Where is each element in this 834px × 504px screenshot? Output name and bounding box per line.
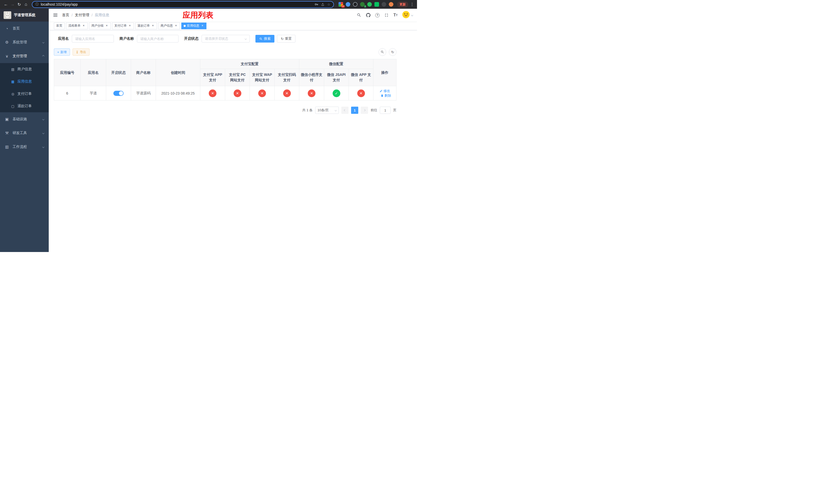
merchant-name-label: 商户名称 (119, 37, 134, 41)
browser-forward-button[interactable]: → (9, 2, 16, 7)
breadcrumb-current: 应用信息 (95, 13, 109, 18)
add-button[interactable]: + 新增 (54, 48, 70, 55)
status-switch[interactable] (113, 91, 124, 96)
chevron-down-icon (335, 109, 337, 111)
sidebar-item-label: 应用信息 (18, 79, 32, 84)
breadcrumb-separator: / (91, 13, 93, 17)
sidebar-item-system[interactable]: ⚙ 系统管理 (0, 36, 49, 49)
fullscreen-icon[interactable] (384, 13, 389, 18)
close-icon[interactable]: × (105, 24, 109, 28)
toggle-search-button[interactable] (378, 48, 386, 56)
document-icon: ▢ (11, 104, 15, 108)
search-icon[interactable] (357, 13, 361, 18)
tab-user-group[interactable]: 用户分组× (89, 23, 111, 29)
sidebar-item-devtools[interactable]: ⚒ 研发工具 (0, 126, 49, 140)
browser-back-button[interactable]: ← (3, 2, 9, 7)
extension-icon[interactable] (353, 2, 357, 7)
font-size-icon[interactable]: TT (393, 13, 397, 18)
tab-refund-order[interactable]: 退款订单× (135, 23, 157, 29)
tab-process-form[interactable]: 流程表单× (66, 23, 88, 29)
reset-button[interactable]: ↻ 重置 (277, 35, 295, 43)
user-menu[interactable] (402, 11, 413, 20)
active-dot (184, 25, 186, 27)
user-avatar[interactable] (402, 11, 410, 20)
edit-button[interactable]: 修改 (379, 89, 390, 93)
sidebar-item-workflow[interactable]: ▥ 工作流程 (0, 140, 49, 154)
header-app-id: 应用编号 (54, 59, 81, 86)
close-icon[interactable]: × (151, 24, 155, 28)
tab-home[interactable]: 首页 (54, 23, 65, 29)
bookmark-star-icon[interactable]: ☆ (327, 3, 330, 6)
browser-home-button[interactable]: ⌂ (23, 2, 29, 7)
tab-app-info[interactable]: 应用信息× (181, 23, 206, 29)
chevron-up-icon (42, 55, 44, 57)
share-icon[interactable] (321, 3, 324, 6)
delete-button[interactable]: 删除 (380, 93, 391, 98)
next-page-button[interactable] (361, 107, 368, 114)
breadcrumb-pay[interactable]: 支付管理 (75, 13, 89, 18)
refresh-icon: ↻ (391, 50, 394, 54)
search-button[interactable]: 搜索 (256, 35, 275, 43)
breadcrumb-home[interactable]: 首页 (62, 13, 69, 18)
browser-update-button[interactable]: 更新 (397, 2, 408, 7)
extension-icon[interactable] (367, 2, 372, 7)
sidebar-item-pay[interactable]: ¥ 支付管理 (0, 49, 49, 63)
refresh-icon: ↻ (281, 37, 284, 41)
app-name-input[interactable] (72, 35, 114, 43)
github-icon[interactable] (366, 13, 371, 18)
page-size-select[interactable]: 10条/页 (315, 107, 339, 114)
sidebar-item-home[interactable]: ◔ 首页 (0, 22, 49, 36)
hamburger-icon[interactable] (53, 13, 58, 18)
header-alipay-qr: 支付宝扫码支付 (275, 69, 299, 86)
sidebar-item-app-info[interactable]: ▦ 应用信息 (0, 75, 49, 88)
refresh-table-button[interactable]: ↻ (389, 48, 396, 56)
status-icon: ✕ (283, 90, 291, 97)
sidebar-item-merchant-info[interactable]: ▤ 商户信息 (0, 63, 49, 75)
sidebar-item-label: 系统管理 (13, 40, 27, 45)
prev-page-button[interactable] (341, 107, 349, 114)
extension-badge: 10 (341, 5, 345, 8)
navbar-actions: ? TT (357, 11, 413, 20)
header-ops: 操作 (373, 59, 396, 86)
address-bar[interactable]: ⓘ localhost:1024/pay/app ☆ (32, 1, 334, 8)
goto-page-input[interactable] (380, 107, 391, 114)
pay-submenu: ▤ 商户信息 ▦ 应用信息 ◎ 支付订单 ▢ 退款订单 (0, 63, 49, 112)
sidebar-item-pay-order[interactable]: ◎ 支付订单 (0, 88, 49, 100)
tags-view: 首页 流程表单× 用户分组× 支付订单× 退款订单× 商户信息× 应用信息× (49, 22, 417, 30)
breadcrumb-separator: / (71, 13, 72, 17)
tab-merchant-info[interactable]: 商户信息× (158, 23, 180, 29)
extension-icon[interactable]: 1 (360, 2, 365, 7)
status-select[interactable]: 请选择开启状态 (202, 35, 250, 43)
password-key-icon[interactable] (315, 3, 318, 6)
export-button[interactable]: ↧ 导出 (72, 48, 89, 55)
status-icon: ✕ (209, 90, 216, 97)
page-number-button[interactable]: 1 (351, 107, 358, 114)
extension-icon[interactable] (381, 2, 386, 7)
extension-icon[interactable] (389, 2, 393, 7)
cell-app-name: 芋道 (81, 86, 106, 100)
browser-menu-icon[interactable]: ⋮ (410, 2, 414, 7)
extension-icon[interactable]: 10 (338, 2, 343, 7)
goto-label: 前往 (371, 108, 377, 113)
close-icon[interactable]: × (128, 24, 132, 28)
cell-created: 2021-10-23 08:49:25 (156, 86, 200, 100)
extension-icon[interactable] (374, 2, 379, 7)
close-icon[interactable]: × (82, 24, 85, 28)
help-icon[interactable]: ? (375, 13, 379, 18)
tab-pay-order[interactable]: 支付订单× (112, 23, 134, 29)
extension-icon[interactable] (346, 2, 350, 7)
close-icon[interactable]: × (201, 24, 204, 28)
header-wx-jsapi: 微信 JSAPI 支付 (324, 69, 349, 86)
sidebar-item-refund-order[interactable]: ▢ 退款订单 (0, 100, 49, 112)
close-icon[interactable]: × (174, 24, 178, 28)
site-info-icon[interactable]: ⓘ (36, 2, 39, 7)
sidebar-item-infra[interactable]: ▣ 基础设施 (0, 112, 49, 126)
chevron-down-icon (42, 132, 44, 134)
reset-button-label: 重置 (285, 37, 291, 41)
status-label: 开启状态 (184, 37, 198, 41)
header-alipay-pc: 支付宝 PC 网站支付 (225, 69, 250, 86)
merchant-name-input[interactable] (137, 35, 178, 43)
browser-refresh-button[interactable]: ↻ (16, 2, 23, 7)
page-unit-label: 页 (393, 108, 396, 113)
header-alipay-wap: 支付宝 WAP 网站支付 (250, 69, 275, 86)
